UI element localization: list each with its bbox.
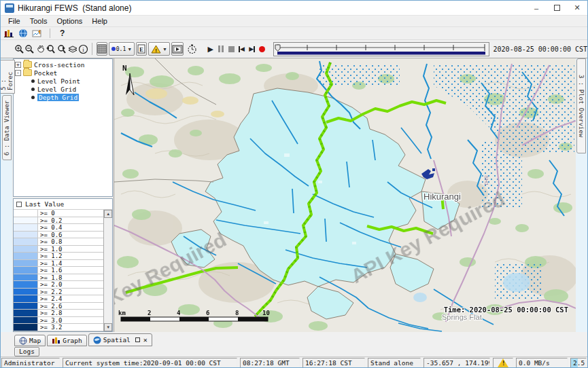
legend-row: >= 2.4 xyxy=(14,295,103,303)
tree-node-level-grid[interactable]: Level Grid xyxy=(15,85,112,93)
station-marker-dot xyxy=(432,168,435,171)
zoom-out-button[interactable] xyxy=(24,42,35,56)
legend-swatch xyxy=(14,224,38,231)
threshold-dropdown[interactable]: 0.1▼ xyxy=(109,42,135,56)
legend-swatch xyxy=(14,253,38,259)
legend-swatch xyxy=(14,232,38,238)
close-button[interactable]: ✕ xyxy=(567,1,587,15)
tab-spatial[interactable]: Spatial ✕ xyxy=(88,333,152,346)
locality-label: Springs Flat xyxy=(442,313,482,321)
tab-plot-overview[interactable]: 3 : Plot Overview xyxy=(576,58,586,153)
menu-tools[interactable]: Tools xyxy=(25,17,52,25)
tree-node-label: Depth Grid xyxy=(37,94,79,101)
tab-map-label: Map xyxy=(29,337,41,344)
legend-row: >= 1.0 xyxy=(14,246,103,253)
last-value-checkbox[interactable] xyxy=(16,202,22,207)
play-button[interactable]: ▶ xyxy=(205,42,215,56)
timeline-slider[interactable] xyxy=(273,42,489,56)
scroll-up-icon[interactable]: ▲ xyxy=(104,210,112,218)
timer-icon[interactable] xyxy=(187,42,197,56)
tree-node-label: Level Point xyxy=(37,77,80,85)
collapse-icon[interactable]: - xyxy=(15,70,21,76)
tab-map[interactable]: Map xyxy=(14,335,46,346)
legend-scrollbar[interactable]: ▲ ▼ xyxy=(103,210,112,331)
tab-graph[interactable]: Graph xyxy=(47,335,87,346)
globe-icon[interactable] xyxy=(18,29,28,38)
menu-options[interactable]: Options xyxy=(52,17,87,25)
stop-button[interactable] xyxy=(226,42,237,56)
app-window: Hikurangi FEWS (Stand alone) – ✕ File To… xyxy=(0,0,588,368)
legend-swatch xyxy=(14,303,38,310)
legend-swatch xyxy=(14,260,38,267)
logs-button[interactable]: Logs xyxy=(14,347,39,356)
zoom-next-button[interactable] xyxy=(56,42,67,56)
timeline-handle[interactable] xyxy=(275,45,280,51)
legend-swatch xyxy=(14,281,38,288)
legend-swatch xyxy=(14,217,38,224)
movie-button[interactable] xyxy=(171,42,184,56)
map-toolbar: i 0.1▼ E !▼ ▶ ◀ ▶ 2020-08-25 00:00:00 CS… xyxy=(1,40,587,58)
main-toolbar: ? xyxy=(1,27,587,40)
legend-swatch xyxy=(14,317,38,324)
record-button[interactable] xyxy=(257,42,267,56)
tree-node-depth-grid-selected[interactable]: Depth Grid xyxy=(15,93,112,101)
step-forward-button[interactable]: ▶ xyxy=(247,42,257,56)
legend-row: >= 2.0 xyxy=(14,281,103,289)
zoom-in-button[interactable] xyxy=(14,42,24,56)
legend-swatch xyxy=(14,210,38,217)
chevron-down-icon: ▼ xyxy=(127,47,132,52)
legend-row: >= 3.2 xyxy=(14,324,103,331)
pause-button[interactable] xyxy=(215,42,226,56)
maximize-button[interactable] xyxy=(547,1,567,15)
explorer-icon[interactable] xyxy=(3,29,14,38)
legend-row: >= 0.2 xyxy=(14,217,103,225)
tab-forecasts[interactable]: 5 : Forec xyxy=(0,60,15,94)
tree-node-cross-section[interactable]: + Cross-section xyxy=(15,60,112,69)
bottom-tab-bar: Map Graph Spatial ✕ xyxy=(1,332,587,346)
tab-graph-label: Graph xyxy=(63,337,82,344)
zoom-previous-button[interactable] xyxy=(46,42,56,56)
legend-title: Last Value xyxy=(25,200,64,208)
legend-button[interactable]: E xyxy=(136,42,147,56)
logs-row: Logs xyxy=(1,346,587,357)
legend-row: >= 3.0 xyxy=(14,317,103,325)
bullet-icon xyxy=(31,79,35,83)
expand-icon[interactable]: + xyxy=(15,62,21,68)
filter-tree[interactable]: + Cross-section - Pocket Level Point Lev… xyxy=(13,58,113,197)
step-back-button[interactable]: ◀ xyxy=(237,42,247,56)
status-coordinates: -35.657 , 174.199 xyxy=(423,358,490,368)
pan-icon[interactable] xyxy=(35,42,46,56)
toolbar-separator xyxy=(50,29,50,38)
layers-icon[interactable] xyxy=(67,42,78,56)
legend-row: >= 1.8 xyxy=(14,274,103,282)
app-icon xyxy=(5,3,14,13)
menu-help[interactable]: Help xyxy=(87,17,112,25)
minimize-button[interactable]: – xyxy=(526,1,547,15)
svg-text:!: ! xyxy=(155,47,157,53)
menu-file[interactable]: File xyxy=(3,17,25,25)
map-time-stamp: Time: 2020-08-25 00:00:00 CST xyxy=(444,306,568,314)
spatial-display-icon[interactable] xyxy=(32,29,43,38)
folder-icon xyxy=(23,61,32,68)
legend-swatch xyxy=(14,310,38,316)
scroll-down-icon[interactable]: ▼ xyxy=(104,323,112,331)
tree-node-pocket[interactable]: - Pocket xyxy=(15,69,112,77)
step-forward-icon: ▶ xyxy=(249,46,255,52)
grid-display-button[interactable] xyxy=(97,42,107,56)
map-canvas[interactable]: API Key Required API Key Required Hikura… xyxy=(114,58,575,332)
title-bar: Hikurangi FEWS (Stand alone) – ✕ xyxy=(1,1,587,16)
threshold-value: 0.1 xyxy=(116,46,126,52)
info-button[interactable]: i xyxy=(78,42,88,56)
tree-node-level-point[interactable]: Level Point xyxy=(15,77,112,85)
help-button[interactable]: ? xyxy=(57,29,67,38)
road-label: SH1 xyxy=(483,175,489,186)
tab-data-viewer[interactable]: 6 : Data Viewer xyxy=(2,95,12,160)
status-local-time: 16:27:18 CST xyxy=(302,358,365,368)
tab-maximize-icon[interactable] xyxy=(135,337,140,342)
menu-bar: File Tools Options Help xyxy=(1,16,587,27)
tab-close-icon[interactable]: ✕ xyxy=(143,336,148,344)
warning-dropdown[interactable]: !▼ xyxy=(148,42,170,56)
legend-row: >= 2.2 xyxy=(14,289,103,296)
tree-node-label: Level Grid xyxy=(37,86,76,93)
status-warning-cell[interactable] xyxy=(493,358,513,368)
